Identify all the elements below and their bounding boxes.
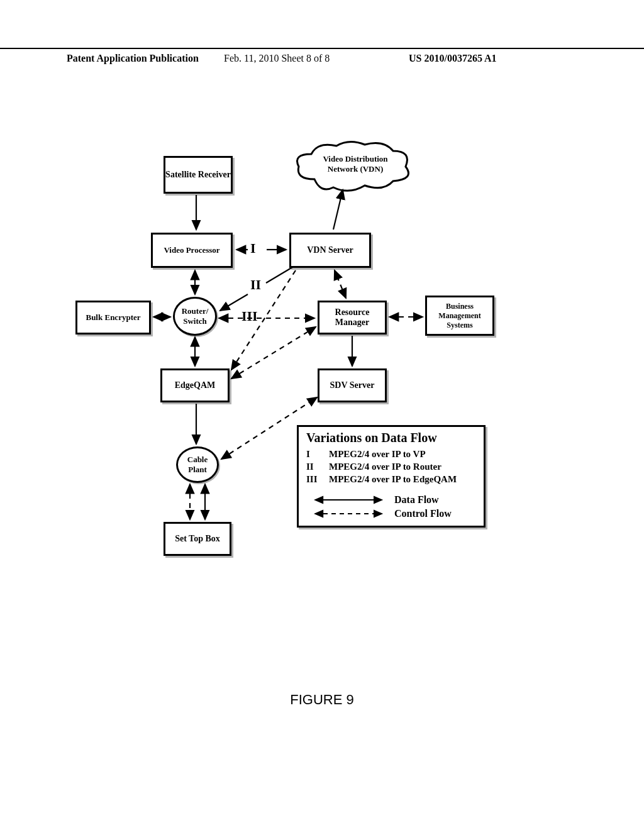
legend-item-II: IIMPEG2/4 over IP to Router	[306, 462, 476, 472]
node-business-management-systems: Business Management Systems	[425, 296, 494, 336]
svg-line-14	[335, 270, 346, 298]
svg-line-16	[231, 327, 316, 379]
control-flow-arrow-icon	[311, 509, 387, 519]
page: Patent Application Publication Feb. 11, …	[0, 0, 644, 830]
legend-item-I: IMPEG2/4 over IP to VP	[306, 449, 476, 460]
header-date-sheet: Feb. 11, 2010 Sheet 8 of 8	[224, 53, 330, 64]
header-pub-number: US 2010/0037265 A1	[409, 53, 497, 64]
legend-control-flow-label: Control Flow	[394, 508, 452, 519]
legend-box: Variations on Data Flow IMPEG2/4 over IP…	[297, 425, 486, 528]
node-sdv-server: SDV Server	[318, 368, 387, 402]
svg-line-12	[266, 267, 292, 283]
legend-text-III: MPEG2/4 over IP to EdgeQAM	[329, 474, 457, 485]
legend-control-flow: Control Flow	[311, 508, 476, 519]
legend-text-I: MPEG2/4 over IP to VP	[329, 449, 426, 460]
node-video-processor: Video Processor	[151, 233, 233, 268]
node-router-switch: Router/ Switch	[173, 297, 217, 336]
path-label-II: II	[250, 277, 261, 293]
node-set-top-box: Set Top Box	[164, 522, 231, 556]
legend-data-flow: Data Flow	[311, 494, 476, 506]
legend-text-II: MPEG2/4 over IP to Router	[329, 462, 441, 472]
node-vdn-server: VDN Server	[289, 233, 371, 268]
path-label-I: I	[250, 240, 256, 257]
path-label-III: III	[242, 308, 258, 324]
legend-key-I: I	[306, 449, 329, 460]
node-bulk-encrypter: Bulk Encrypter	[75, 301, 151, 335]
legend-key-III: III	[306, 474, 329, 485]
node-vdn-cloud-label: Video Distribution Network (VDN)	[308, 154, 402, 174]
data-flow-arrow-icon	[311, 495, 387, 505]
node-resource-manager: Resource Manager	[318, 301, 387, 335]
legend-data-flow-label: Data Flow	[394, 494, 439, 506]
node-satellite-receiver: Satellite Receiver	[164, 156, 233, 194]
figure-caption: FIGURE 9	[0, 692, 644, 708]
node-cable-plant: Cable Plant	[176, 446, 219, 483]
legend-key-II: II	[306, 462, 329, 472]
legend-title: Variations on Data Flow	[306, 431, 476, 445]
legend-item-III: IIIMPEG2/4 over IP to EdgeQAM	[306, 474, 476, 485]
page-header: Patent Application Publication Feb. 11, …	[0, 48, 644, 67]
node-vdn-cloud: Video Distribution Network (VDN)	[289, 138, 415, 197]
header-publication: Patent Application Publication	[67, 53, 199, 64]
node-edgeqam: EdgeQAM	[160, 368, 230, 402]
